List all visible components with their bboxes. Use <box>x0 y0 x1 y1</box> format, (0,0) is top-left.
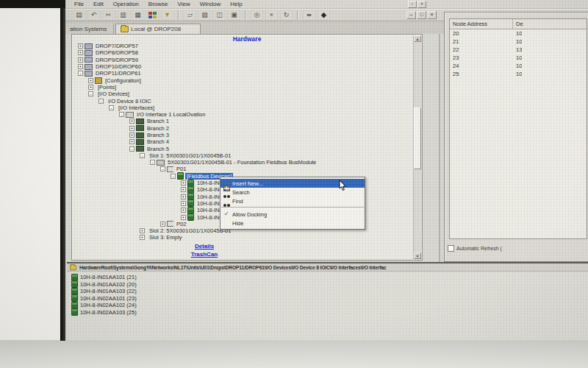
menu-item-browse[interactable]: Browse <box>148 1 168 7</box>
expand-toggle-icon[interactable]: + <box>181 201 186 206</box>
print-icon[interactable]: ▤ <box>73 10 85 21</box>
child-restore-button[interactable]: □ <box>417 11 426 19</box>
context-menu-item[interactable]: Find <box>220 197 365 205</box>
tree-scrollbar[interactable]: ▲ ▼ <box>413 35 421 259</box>
expand-toggle-icon[interactable]: + <box>78 64 83 69</box>
filter-icon[interactable]: ▼ <box>161 10 173 21</box>
tab-local-drop208[interactable]: Local @ DROP208 <box>115 24 201 34</box>
binoculars-icon[interactable]: ∞ <box>303 10 315 21</box>
tree-row[interactable]: +Branch 2 <box>72 125 410 132</box>
table-row[interactable]: 2310 <box>450 54 587 62</box>
tree-row[interactable]: -[I/O Devices] <box>72 91 410 97</box>
tree-row[interactable]: +DROP10/DROP60 <box>72 63 410 70</box>
list-item[interactable]: 10H-8-IN02AA102 (24) <box>71 302 588 309</box>
zoom-icon[interactable]: ◎ <box>251 10 263 21</box>
tree-row[interactable]: +DROP9/DROP59 <box>72 57 410 63</box>
tree-row[interactable]: -5X00301G01/1X0045B-01 - Foundation Fiel… <box>72 159 410 166</box>
table-row[interactable]: 2213 <box>450 46 587 54</box>
expand-toggle-icon[interactable]: + <box>140 228 145 233</box>
compare-icon[interactable]: ◫ <box>213 10 226 21</box>
menu-item-operation[interactable]: Operation <box>113 1 139 7</box>
menu-item-help[interactable]: Help <box>230 1 242 7</box>
tree-row[interactable]: +Branch 4 <box>72 138 410 145</box>
paste-icon[interactable]: ▦ <box>132 10 144 21</box>
expand-toggle-icon[interactable]: + <box>181 194 186 199</box>
trashcan-link[interactable]: TrashCan <box>116 251 293 258</box>
table-row[interactable]: 2010 <box>450 29 587 38</box>
expand-toggle-icon[interactable]: + <box>129 139 135 144</box>
expand-toggle-icon[interactable]: + <box>181 180 186 185</box>
expand-toggle-icon[interactable]: - <box>98 99 104 104</box>
cut-icon[interactable]: ✂ <box>102 10 115 21</box>
menu-item-edit[interactable]: Edit <box>93 1 104 7</box>
scrollbar-thumb[interactable] <box>414 107 421 169</box>
expand-toggle-icon[interactable]: + <box>78 57 83 63</box>
column-header[interactable]: Node Address <box>450 19 513 29</box>
expand-toggle-icon[interactable]: - <box>78 71 83 76</box>
list-item[interactable]: 10H-8-IN01AA102 (20) <box>71 281 588 289</box>
import-icon[interactable]: ▱ <box>184 10 196 21</box>
pan-icon[interactable]: ◆ <box>318 10 330 21</box>
expand-toggle-icon[interactable]: + <box>129 132 135 138</box>
app-minimize-button[interactable]: ‒ <box>408 1 417 8</box>
list-item[interactable]: 10H-8-IN02AA103 (25) <box>71 309 588 316</box>
child-close-button[interactable]: × <box>427 11 437 19</box>
tree-row[interactable]: +Branch 3 <box>72 132 410 138</box>
expand-toggle-icon[interactable]: + <box>88 85 93 90</box>
tree-row[interactable]: +[Configuration] <box>72 77 410 83</box>
copy-icon[interactable]: ▥ <box>117 10 129 21</box>
tree-row[interactable]: +DROP7/DROP57 <box>72 43 410 49</box>
menu-item-window[interactable]: Window <box>200 1 220 7</box>
expand-toggle-icon[interactable]: + <box>88 78 93 83</box>
expand-toggle-icon[interactable]: + <box>140 235 145 240</box>
expand-toggle-icon[interactable]: - <box>109 105 114 110</box>
expand-toggle-icon[interactable]: - <box>88 91 93 96</box>
tree-row[interactable]: -P01 <box>72 166 410 172</box>
expand-toggle-icon[interactable]: - <box>129 146 135 152</box>
expand-toggle-icon[interactable]: - <box>160 166 165 171</box>
details-link[interactable]: Details <box>116 243 293 250</box>
tree-row[interactable]: -I/O Interface 1 LocalOvation <box>72 111 410 118</box>
delete-icon[interactable]: × <box>265 10 278 21</box>
tree-row[interactable]: +Branch 1 <box>72 118 410 124</box>
color-grid-icon[interactable] <box>146 10 159 21</box>
scroll-up-icon[interactable]: ▲ <box>414 35 421 42</box>
expand-toggle-icon[interactable]: + <box>160 222 165 227</box>
tree-row[interactable]: +[Points] <box>72 84 410 91</box>
expand-toggle-icon[interactable]: + <box>181 208 186 213</box>
tree-row[interactable]: -I/O Device 8 IOIC <box>72 97 410 104</box>
tree-row[interactable]: -Slot 1: 5X00301G01/1X0045B-01 <box>72 152 410 159</box>
tree-row[interactable]: -Branch 5 <box>72 145 410 152</box>
expand-toggle-icon[interactable]: + <box>78 43 83 49</box>
list-item[interactable]: 10H-8-IN01AA103 (22) <box>71 288 588 295</box>
table-row[interactable]: 2110 <box>450 38 587 46</box>
refresh-icon[interactable]: ↻ <box>280 10 293 21</box>
list-item[interactable]: 10H-8-IN01AA101 (21) <box>71 274 588 281</box>
expand-toggle-icon[interactable]: + <box>181 187 186 192</box>
expand-toggle-icon[interactable]: - <box>171 174 176 179</box>
tree-row[interactable]: -DROP11/DROP61 <box>72 70 410 77</box>
expand-toggle-icon[interactable]: - <box>150 160 155 165</box>
tab-systems-partial[interactable]: ation Systems <box>65 24 114 34</box>
scroll-down-icon[interactable]: ▼ <box>414 252 421 259</box>
table-row[interactable]: 2510 <box>450 70 587 78</box>
list-item[interactable]: 10H-8-IN02AA101 (23) <box>71 295 588 302</box>
app-close-button[interactable]: × <box>417 1 426 8</box>
undo-icon[interactable]: ↶ <box>87 10 100 21</box>
expand-toggle-icon[interactable]: + <box>129 118 135 124</box>
camera-icon[interactable]: ▣ <box>228 10 240 21</box>
expand-toggle-icon[interactable]: - <box>140 153 145 158</box>
export-icon[interactable]: ▨ <box>198 10 211 21</box>
column-header[interactable]: De <box>513 19 523 29</box>
expand-toggle-icon[interactable]: - <box>119 112 124 117</box>
expand-toggle-icon[interactable]: + <box>181 215 186 220</box>
expand-toggle-icon[interactable]: + <box>129 126 135 131</box>
menu-item-view[interactable]: View <box>178 1 190 7</box>
context-menu-item[interactable]: ✓Allow Docking <box>220 210 365 219</box>
child-minimize-button[interactable]: ‒ <box>406 11 416 19</box>
automatic-refresh-checkbox[interactable] <box>448 245 454 252</box>
tree-row[interactable]: -[I/O Interfaces] <box>72 105 410 111</box>
tree-row[interactable]: +DROP8/DROP58 <box>72 49 410 56</box>
table-row[interactable]: 2410 <box>450 62 587 70</box>
tree-row[interactable]: +Slot 3: Empty <box>72 234 410 241</box>
